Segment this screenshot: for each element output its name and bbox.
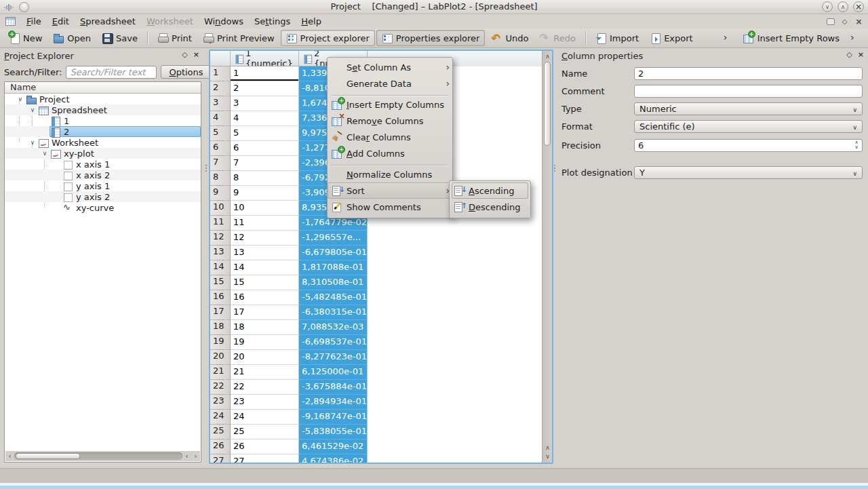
- menu-item[interactable]: Clear Columns: [328, 129, 452, 145]
- row-header[interactable]: 21: [210, 365, 231, 380]
- menu-item[interactable]: Help: [296, 16, 327, 27]
- toolbar-button[interactable]: [846, 30, 864, 46]
- maximize-window-button[interactable]: [837, 1, 848, 12]
- row-header[interactable]: 12: [210, 231, 231, 246]
- tree-item[interactable]: Spreadsheet: [5, 104, 201, 115]
- row-header[interactable]: 26: [210, 439, 231, 454]
- mdi-minimize-icon[interactable]: [825, 17, 835, 26]
- menu-item[interactable]: Worksheet: [141, 16, 199, 27]
- row-header[interactable]: 3: [210, 96, 231, 111]
- row-header[interactable]: 7: [210, 156, 231, 171]
- row-header[interactable]: 18: [210, 320, 231, 335]
- toolbar-button[interactable]: New: [4, 30, 47, 46]
- toolbar-button[interactable]: [147, 31, 148, 45]
- cell-col2-selected[interactable]: 6,125000e-01: [299, 365, 368, 380]
- cell-col1[interactable]: 24: [231, 410, 299, 425]
- tree-item[interactable]: 2: [5, 126, 201, 137]
- toolbar-button[interactable]: [719, 30, 737, 46]
- menu-item[interactable]: [328, 161, 452, 166]
- menu-item[interactable]: Spreadsheet: [75, 16, 141, 27]
- menu-item[interactable]: Remove Columns: [328, 113, 452, 129]
- cell-col1[interactable]: 8: [231, 171, 299, 186]
- cell-col2-selected[interactable]: -5,482485e-01: [299, 290, 368, 305]
- tree-item[interactable]: x axis 1: [5, 159, 201, 170]
- plot-designation-dropdown[interactable]: Y: [634, 166, 863, 179]
- tree-item[interactable]: Project: [5, 94, 201, 104]
- menu-item[interactable]: File: [21, 16, 47, 27]
- toolbar-button[interactable]: Properties explorer: [376, 30, 486, 46]
- corner-header[interactable]: [210, 51, 231, 66]
- cell-col1[interactable]: 11: [231, 216, 299, 231]
- cell-col1[interactable]: 10: [231, 201, 299, 216]
- menu-item[interactable]: Generate Data: [328, 75, 452, 92]
- cell-col2-selected[interactable]: -6,679805e-01: [299, 246, 368, 260]
- row-header[interactable]: 25: [210, 425, 231, 439]
- cell-col1[interactable]: 14: [231, 260, 299, 275]
- menu-item[interactable]: [328, 92, 452, 96]
- cell-col2-selected[interactable]: 7,088532e-03: [299, 320, 368, 335]
- cell-col2-selected[interactable]: 6,461529e-02: [299, 439, 368, 454]
- expander-icon[interactable]: [28, 106, 37, 113]
- row-header[interactable]: 5: [210, 126, 231, 141]
- scroll-up-icon[interactable]: ∧: [542, 52, 553, 60]
- menu-item[interactable]: Edit: [47, 16, 75, 27]
- tree-item[interactable]: xy-plot: [5, 148, 201, 159]
- row-header[interactable]: 15: [210, 275, 231, 290]
- toolbar-button[interactable]: Import: [591, 30, 644, 46]
- tree-item[interactable]: 1: [5, 115, 201, 126]
- toolbar-button[interactable]: [585, 31, 586, 45]
- type-dropdown[interactable]: Numeric: [634, 102, 863, 115]
- tree-item[interactable]: y axis 2: [5, 191, 201, 202]
- close-window-button[interactable]: [853, 1, 864, 12]
- menu-item[interactable]: Windows: [199, 16, 249, 27]
- cell-col1[interactable]: 3: [231, 96, 299, 111]
- row-header[interactable]: 11: [210, 216, 231, 231]
- precision-stepper[interactable]: 6: [634, 139, 863, 152]
- row-header[interactable]: 14: [210, 260, 231, 275]
- cell-col1[interactable]: 16: [231, 290, 299, 305]
- cell-col1[interactable]: 20: [231, 350, 299, 365]
- expander-icon[interactable]: [28, 139, 37, 146]
- cell-col1[interactable]: 17: [231, 305, 299, 320]
- cell-col2-selected[interactable]: 1,817088e-01: [299, 260, 368, 275]
- cell-col2-selected[interactable]: 4,674386e-02: [299, 454, 368, 463]
- shade-window-button[interactable]: [822, 1, 833, 12]
- cell-col2-selected[interactable]: -9,168747e-01: [299, 410, 368, 425]
- cell-col1[interactable]: 13: [231, 246, 299, 260]
- scrollbar-thumb[interactable]: [544, 62, 551, 146]
- row-header[interactable]: 4: [210, 111, 231, 126]
- float-panel-icon[interactable]: [182, 50, 187, 59]
- row-header[interactable]: 20: [210, 350, 231, 365]
- cell-col1[interactable]: 5: [231, 126, 299, 141]
- expander-icon[interactable]: [40, 150, 50, 157]
- toolbar-button[interactable]: Redo: [534, 30, 580, 46]
- scrollbar-thumb[interactable]: [16, 453, 80, 459]
- menu-item[interactable]: Insert Empty Columns: [328, 96, 452, 113]
- cell-col1[interactable]: 21: [231, 365, 299, 380]
- cell-col1[interactable]: 7: [231, 156, 299, 171]
- row-header[interactable]: 13: [210, 246, 231, 260]
- row-header[interactable]: 8: [210, 171, 231, 186]
- scroll-left-icon[interactable]: ‹: [5, 451, 14, 461]
- cell-col1[interactable]: 22: [231, 380, 299, 395]
- menu-item[interactable]: Show Comments: [328, 199, 452, 215]
- menu-item[interactable]: Add Columns: [328, 145, 452, 161]
- cell-col1[interactable]: 1: [231, 66, 299, 81]
- mdi-restore-icon[interactable]: [840, 17, 850, 26]
- cell-col2-selected[interactable]: -6,380315e-01: [299, 305, 368, 320]
- row-header[interactable]: 27: [210, 454, 231, 463]
- cell-col2-selected[interactable]: -1,296557e...: [299, 231, 368, 246]
- toolbar-button[interactable]: Print Preview: [198, 30, 279, 46]
- comment-field[interactable]: [634, 85, 863, 98]
- menu-item[interactable]: Normalize Columns: [328, 166, 452, 182]
- cell-col1[interactable]: 15: [231, 275, 299, 290]
- scroll-down-icon[interactable]: ∨: [542, 452, 553, 461]
- cell-col2-selected[interactable]: 8,310508e-01: [299, 275, 368, 290]
- toolbar-button[interactable]: Insert Empty Rows: [738, 30, 844, 46]
- row-header[interactable]: 10: [210, 201, 231, 216]
- row-header[interactable]: 24: [210, 410, 231, 425]
- menu-item[interactable]: Descending: [450, 199, 530, 215]
- row-header[interactable]: 23: [210, 395, 231, 410]
- row-header[interactable]: 6: [210, 141, 231, 156]
- cell-col2-selected[interactable]: -6,698537e-01: [299, 335, 368, 350]
